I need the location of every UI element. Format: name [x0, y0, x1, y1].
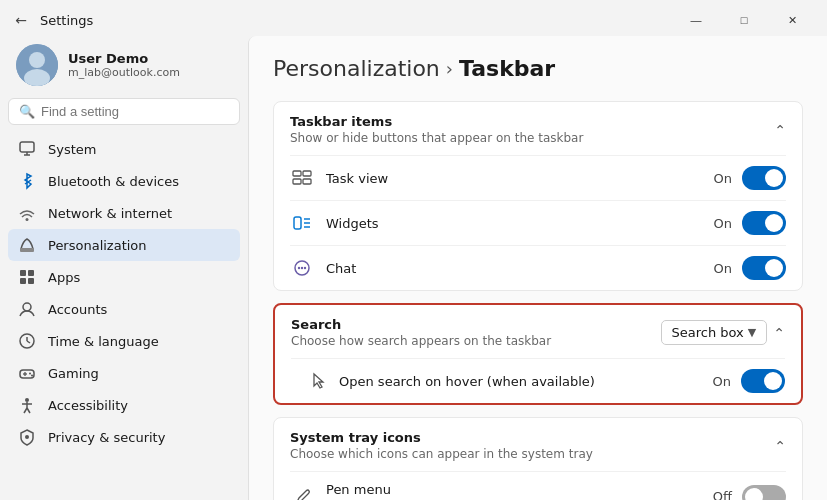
widgets-toggle[interactable] — [742, 211, 786, 235]
sidebar-item-label: Bluetooth & devices — [48, 174, 179, 189]
chat-icon — [290, 256, 314, 280]
toggle-knob — [765, 214, 783, 232]
maximize-button[interactable]: □ — [721, 6, 767, 34]
dropdown-row: Search box ▼ ⌃ — [661, 320, 786, 345]
accessibility-icon — [18, 396, 36, 414]
collapse-chevron[interactable]: ⌃ — [774, 438, 786, 454]
user-name: User Demo — [68, 51, 180, 66]
pen-menu-row: Pen menu Show pen menu icon when pen is … — [274, 472, 802, 500]
svg-point-27 — [25, 435, 29, 439]
chat-label: Chat — [326, 261, 356, 276]
page-header: Personalization › Taskbar — [273, 56, 803, 81]
sidebar-item-label: Apps — [48, 270, 80, 285]
time-icon — [18, 332, 36, 350]
svg-point-20 — [29, 373, 31, 375]
pen-menu-info: Pen menu Show pen menu icon when pen is … — [326, 482, 547, 500]
search-card: Search Choose how search appears on the … — [273, 303, 803, 405]
breadcrumb-arrow: › — [446, 58, 453, 79]
row-left: Pen menu Show pen menu icon when pen is … — [290, 482, 547, 500]
taskview-label: Task view — [326, 171, 388, 186]
sidebar-item-accessibility[interactable]: Accessibility — [8, 389, 240, 421]
avatar-image — [16, 44, 58, 86]
svg-rect-3 — [20, 142, 34, 152]
section-title: System tray icons — [290, 430, 593, 445]
widgets-label: Widgets — [326, 216, 379, 231]
sidebar-item-bluetooth[interactable]: Bluetooth & devices — [8, 165, 240, 197]
personalization-icon — [18, 236, 36, 254]
network-icon — [18, 204, 36, 222]
avatar-svg — [16, 44, 58, 86]
row-right: On — [713, 369, 785, 393]
sidebar-item-label: Privacy & security — [48, 430, 165, 445]
card-header-search: Search Choose how search appears on the … — [275, 305, 801, 358]
sidebar-item-network[interactable]: Network & internet — [8, 197, 240, 229]
card-header-info: Search Choose how search appears on the … — [291, 317, 551, 348]
widgets-row: Widgets On — [274, 201, 802, 245]
card-header-taskbar: Taskbar items Show or hide buttons that … — [274, 102, 802, 155]
svg-rect-31 — [303, 179, 311, 184]
section-subtitle: Choose how search appears on the taskbar — [291, 334, 551, 348]
accounts-icon — [18, 300, 36, 318]
cursor-icon — [307, 369, 331, 393]
title-bar-left: ← Settings — [12, 11, 93, 29]
sidebar-item-system[interactable]: System — [8, 133, 240, 165]
toggle-status: On — [714, 261, 732, 276]
svg-point-22 — [25, 398, 29, 402]
sidebar-item-label: Time & language — [48, 334, 159, 349]
row-right: On — [714, 256, 786, 280]
back-button[interactable]: ← — [12, 11, 30, 29]
sidebar-item-privacy[interactable]: Privacy & security — [8, 421, 240, 453]
settings-search-box[interactable]: 🔍 — [8, 98, 240, 125]
sidebar-item-apps[interactable]: Apps — [8, 261, 240, 293]
close-button[interactable]: ✕ — [769, 6, 815, 34]
row-left: Open search on hover (when available) — [307, 369, 595, 393]
taskbar-items-card: Taskbar items Show or hide buttons that … — [273, 101, 803, 291]
sidebar-item-gaming[interactable]: Gaming — [8, 357, 240, 389]
taskview-icon — [290, 166, 314, 190]
svg-point-13 — [23, 303, 31, 311]
card-header-info: Taskbar items Show or hide buttons that … — [290, 114, 583, 145]
search-input[interactable] — [41, 104, 229, 119]
taskview-row: Task view On — [274, 156, 802, 200]
window-controls: — □ ✕ — [673, 6, 815, 34]
breadcrumb-parent: Personalization — [273, 56, 440, 81]
sidebar-item-time[interactable]: Time & language — [8, 325, 240, 357]
collapse-chevron[interactable]: ⌃ — [774, 122, 786, 138]
section-subtitle: Show or hide buttons that appear on the … — [290, 131, 583, 145]
toggle-knob — [745, 488, 763, 501]
svg-rect-28 — [293, 171, 301, 176]
main-panel: Personalization › Taskbar Taskbar items … — [248, 36, 827, 500]
pen-menu-label: Pen menu — [326, 482, 547, 497]
toggle-status: On — [714, 216, 732, 231]
svg-line-16 — [27, 341, 30, 343]
search-type-dropdown[interactable]: Search box ▼ — [661, 320, 768, 345]
bluetooth-icon — [18, 172, 36, 190]
row-right: On — [714, 166, 786, 190]
pen-menu-toggle[interactable] — [742, 485, 786, 501]
page-title: Taskbar — [459, 56, 555, 81]
sidebar-item-label: Personalization — [48, 238, 147, 253]
avatar — [16, 44, 58, 86]
svg-point-7 — [26, 218, 29, 221]
svg-point-39 — [304, 267, 306, 269]
chat-toggle[interactable] — [742, 256, 786, 280]
collapse-chevron[interactable]: ⌃ — [773, 325, 785, 341]
row-right: Off — [713, 485, 786, 501]
toggle-knob — [764, 372, 782, 390]
taskview-toggle[interactable] — [742, 166, 786, 190]
sidebar-item-personalization[interactable]: Personalization — [8, 229, 240, 261]
dropdown-arrow-icon: ▼ — [748, 326, 756, 339]
dropdown-value: Search box — [672, 325, 744, 340]
sidebar-item-label: Network & internet — [48, 206, 172, 221]
search-hover-label: Open search on hover (when available) — [339, 374, 595, 389]
svg-rect-30 — [293, 179, 301, 184]
sidebar-item-accounts[interactable]: Accounts — [8, 293, 240, 325]
minimize-button[interactable]: — — [673, 6, 719, 34]
svg-rect-32 — [294, 217, 301, 229]
svg-line-25 — [24, 408, 27, 413]
card-header-info: System tray icons Choose which icons can… — [290, 430, 593, 461]
sidebar-item-label: Accessibility — [48, 398, 128, 413]
privacy-icon — [18, 428, 36, 446]
svg-rect-12 — [28, 278, 34, 284]
search-hover-toggle[interactable] — [741, 369, 785, 393]
